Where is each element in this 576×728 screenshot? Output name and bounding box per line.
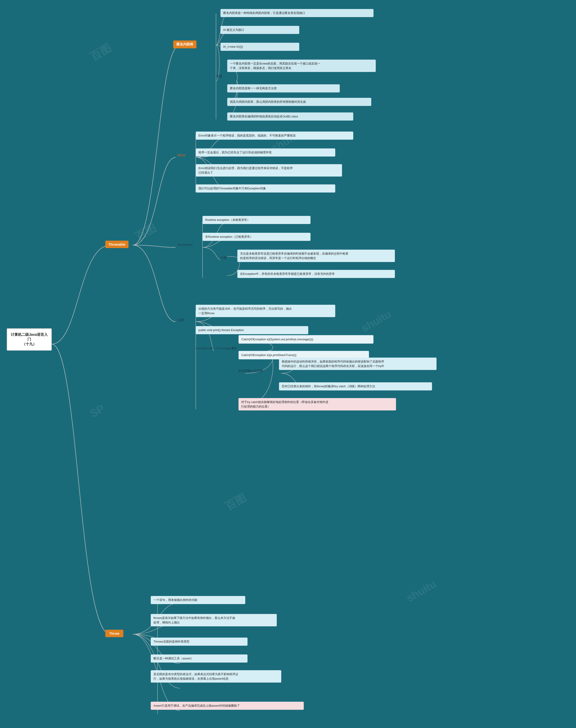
exception-item-3: 无论是未检查异常还是已检查异常在编译的时候都不会被发现，在编译的过程中检查 的是… bbox=[237, 250, 395, 262]
exception-item-2-text: 非Runtime exception（已检查异常） bbox=[205, 235, 253, 238]
try-scope-text: 如何控制try的范围 bbox=[238, 369, 263, 372]
trycatch-note-text: 对于try catch放在能够很好地处理例外的位置（即放在具备对例外进 行处理的… bbox=[241, 400, 328, 408]
anon-item-4: 一个匿名内部类一定是在new的后面，用其隐含实现一个接口或实现一 个类，没有类名… bbox=[227, 60, 376, 72]
throw-item-2-text: throws是表示如果下级方法中如果有例外抛出，那么本方法不做 处理，继续向上抛… bbox=[153, 616, 235, 624]
throw-item-1-text: 一个语句，用来做抛出例外的功能 bbox=[153, 598, 197, 602]
throw-notice-item-1: 出错的方法有可能是JDK，也可能是程序员写的程序，无论谁写的，抛出 一定用thr… bbox=[196, 305, 335, 317]
anon-item-3-text: IA_I=new IA(){} bbox=[223, 45, 243, 48]
throw-item-6: Assert只是用于调试，在产品编译完成后上线assert代码就被删除了 bbox=[151, 702, 304, 710]
throwable-node: Throwable bbox=[105, 241, 128, 248]
throw-node: Throw bbox=[105, 630, 123, 637]
try-scope-item-1-text: 根据操作的连动性和相关性，如果前面的程序代码块抛出的错误影响了后面程序 代码的运… bbox=[282, 360, 384, 368]
exception-message-text: Exception有一个message属性 bbox=[196, 346, 237, 350]
error-item-1-text: Error对象表示一个程序错误，指的是底层的、低级的、不可恢复的严重错误 bbox=[198, 134, 296, 137]
error-label-text: Error bbox=[178, 153, 185, 157]
anon-item-6: 因其为局部内部类，那么局部内部类的所有限制都对其生效 bbox=[227, 98, 371, 106]
exception-notice-label: 注意 bbox=[221, 256, 227, 260]
try-scope-item-2-text: ②对已经查出来的例外，有throw(积极)和try catch（消级）两种处理方… bbox=[282, 385, 375, 388]
anonymous-node: 匿名内部类 bbox=[173, 40, 196, 48]
exception-item-4: 在Exception中，所有的非未检查异常常都是已检查异常，没有另外的异常 bbox=[237, 270, 395, 278]
exception-item-1-text: Runtime exception（未检查异常） bbox=[205, 218, 250, 221]
throw-item-1: 一个语句，用来做抛出例外的功能 bbox=[151, 596, 245, 604]
throw-item-4-text: 断言是一种调试工具（assert） bbox=[153, 657, 194, 660]
anon-item-2: IA 被定义为接口 bbox=[221, 26, 299, 34]
try-scope-label: 如何控制try的范围 bbox=[238, 369, 263, 373]
anon-item-1-text: 匿名内部类是一种特殊的局部内部类，它是通过匿名类实现接口 bbox=[223, 11, 305, 14]
throw-item-2: throws是表示如果下级方法中如果有例外抛出，那么本方法不做 处理，继续向上抛… bbox=[151, 614, 277, 626]
throw-item-3: Throws后跟的是例外类类型 bbox=[151, 638, 248, 646]
error-item-3: Error错误我们无法进行处理，因为我们是通过程序来应对错误，可是程序 已经退出… bbox=[196, 164, 342, 177]
throwable-label: Throwable bbox=[109, 242, 125, 246]
anon-item-5: 匿名内部类是唯一一种无构造方法类 bbox=[227, 84, 340, 92]
error-item-4-text: 我们可以处理的Throwable对象中只有Exception对象 bbox=[198, 187, 266, 190]
catch-item-2-text: Catch(IOException e){e.printStackTrace()… bbox=[241, 353, 297, 357]
root-node: 计算机二级Java语言入门 （十九） bbox=[7, 328, 52, 351]
anon-item-5-text: 匿名内部类是唯一一种无构造方法类 bbox=[230, 87, 277, 90]
root-label: 计算机二级Java语言入门 （十九） bbox=[10, 332, 49, 346]
exception-label: Exception bbox=[178, 243, 193, 246]
error-item-2-text: 程序一定会退出，因为已经失去了运行所必须的物理环境 bbox=[198, 151, 271, 154]
anonymous-label: 匿名内部类 bbox=[176, 42, 193, 46]
throwable-notice-text: 注意 bbox=[178, 318, 184, 322]
anon-item-7: 匿名内部类在编译的时候由系统自动起名Out$1.class bbox=[227, 113, 353, 121]
exception-message-label: Exception有一个message属性 bbox=[196, 346, 237, 351]
exception-item-2: 非Runtime exception（已检查异常） bbox=[202, 233, 311, 241]
anon-notice-text: 注意 bbox=[216, 74, 222, 78]
exception-item-1: Runtime exception（未检查异常） bbox=[202, 216, 311, 224]
anon-notice-label: 注意 bbox=[216, 74, 222, 78]
throw-notice-item-2: public void print() throws Exception bbox=[196, 326, 308, 334]
anon-item-3: IA_I=new IA(){} bbox=[221, 43, 299, 51]
error-item-1: Error对象表示一个程序错误，指的是底层的、低级的、不可恢复的严重错误 bbox=[196, 131, 353, 140]
throwable-notice-label: 注意 bbox=[178, 318, 184, 322]
try-scope-item-2: ②对已经查出来的例外，有throw(积极)和try catch（消级）两种处理方… bbox=[279, 382, 432, 390]
anon-item-1: 匿名内部类是一种特殊的局部内部类，它是通过匿名类实现接口 bbox=[221, 9, 374, 17]
throw-item-5-text: 其后跟的是布尔类型的表达式，如果表达式结果为真不影响程序运 行，如果为假系统出现… bbox=[153, 672, 238, 680]
error-label: Error bbox=[178, 153, 185, 157]
throw-notice-item-2-text: public void print() throws Exception bbox=[198, 328, 244, 332]
trycatch-note: 对于try catch放在能够很好地处理例外的位置（即放在具备对例外进 行处理的… bbox=[238, 398, 396, 411]
throw-notice-item-1-text: 出错的方法有可能是JDK，也可能是程序员写的程序，无论谁写的，抛出 一定用thr… bbox=[198, 307, 292, 315]
catch-item-1-text: Catch(IOException e){System.out.println(… bbox=[241, 338, 314, 341]
exception-label-text: Exception bbox=[178, 243, 193, 246]
exception-item-3-text: 无论是未检查异常还是已检查异常在编译的时候都不会被发现，在编译的过程中检查 的是… bbox=[240, 252, 348, 260]
exception-notice-text: 注意 bbox=[221, 256, 227, 260]
catch-item-1: Catch(IOException e){System.out.println(… bbox=[238, 335, 374, 344]
throw-label: Throw bbox=[109, 632, 119, 635]
throw-item-3-text: Throws后跟的是例外类类型 bbox=[153, 640, 190, 643]
mindmap-container: 百图 shuitu 百图 shuitu SP 百图 shuitu bbox=[0, 0, 576, 728]
anon-item-7-text: 匿名内部类在编译的时候由系统自动起名Out$1.class bbox=[230, 115, 298, 118]
error-item-4: 我们可以处理的Throwable对象中只有Exception对象 bbox=[196, 184, 335, 192]
anon-item-6-text: 因其为局部内部类，那么局部内部类的所有限制都对其生效 bbox=[230, 100, 306, 103]
error-item-2: 程序一定会退出，因为已经失去了运行所必须的物理环境 bbox=[196, 148, 335, 156]
throw-item-6-text: Assert只是用于调试，在产品编译完成后上线assert代码就被删除了 bbox=[153, 704, 240, 707]
error-item-3-text: Error错误我们无法进行处理，因为我们是通过程序来应对错误，可是程序 已经退出… bbox=[198, 166, 293, 174]
anon-item-2-text: IA 被定义为接口 bbox=[223, 28, 244, 31]
try-scope-item-1: 根据操作的连动性和相关性，如果前面的程序代码块抛出的错误影响了后面程序 代码的运… bbox=[279, 358, 436, 370]
anon-item-4-text: 一个匿名内部类一定是在new的后面，用其隐含实现一个接口或实现一 个类，没有类名… bbox=[230, 62, 320, 70]
throw-item-4: 断言是一种调试工具（assert） bbox=[151, 655, 248, 663]
throw-item-5: 其后跟的是布尔类型的表达式，如果表达式结果为真不影响程序运 行，如果为假系统出现… bbox=[151, 670, 281, 682]
exception-item-4-text: 在Exception中，所有的非未检查异常常都是已检查异常，没有另外的异常 bbox=[240, 272, 335, 275]
